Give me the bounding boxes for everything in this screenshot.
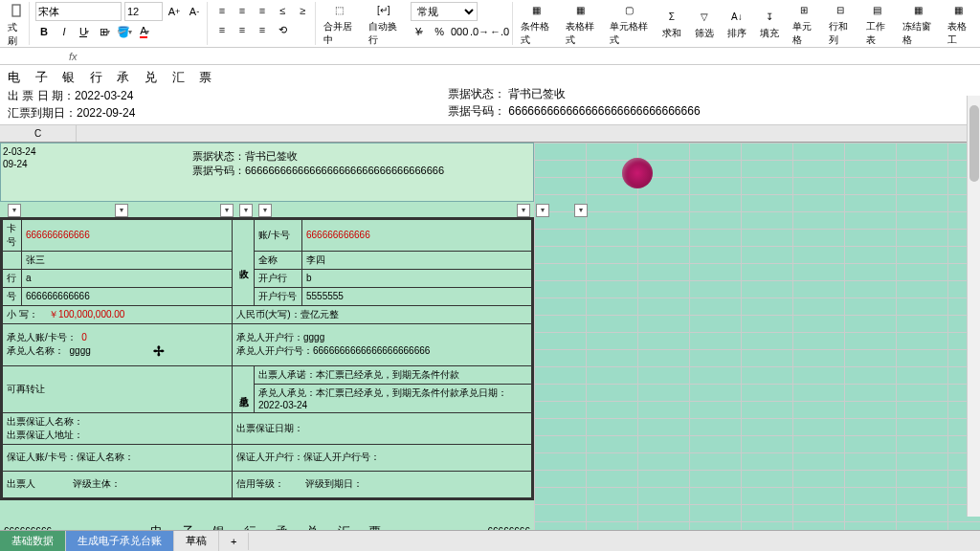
wrap-icon: [↵] — [374, 0, 393, 19]
merge-icon: ⬚ — [329, 0, 348, 19]
filter-dropdown[interactable]: ▾ — [220, 204, 234, 217]
filter-dropdown[interactable]: ▾ — [536, 204, 549, 217]
worksheet-button[interactable]: ▤工作表 — [860, 0, 895, 49]
filter-dropdown[interactable]: ▾ — [115, 204, 128, 217]
align-bottom-icon[interactable]: ≡ — [254, 2, 271, 19]
freeze-button[interactable]: ▦冻结窗格 — [897, 0, 940, 49]
column-headers: C — [0, 125, 980, 143]
sort-button[interactable]: A↓排序 — [722, 5, 752, 42]
cells-icon: ⊞ — [794, 0, 813, 19]
border-icon[interactable]: ⊞▾ — [96, 23, 113, 40]
align-right-icon[interactable]: ≡ — [254, 21, 271, 38]
rowcol-button[interactable]: ⊟行和列 — [823, 0, 858, 49]
filter-icon: ▽ — [695, 7, 714, 26]
cond-format-icon: ▦ — [526, 0, 546, 19]
cell-cursor-icon: ✢ — [153, 343, 165, 359]
tab-draft[interactable]: 草稿 — [174, 531, 219, 551]
tab-generate-ledger[interactable]: 生成电子承兑台账 — [66, 531, 174, 551]
align-left-icon[interactable]: ≡ — [213, 21, 231, 38]
amount-small-cell[interactable]: ￥100,000,000.00 — [49, 309, 125, 320]
paste-icon[interactable] — [8, 2, 25, 19]
payer-name-cell[interactable]: 张三 — [22, 251, 233, 269]
expire-date: 2022-09-24 — [77, 106, 135, 120]
payee-bank-no-cell[interactable]: 5555555 — [302, 287, 532, 305]
vertical-scrollbar[interactable] — [967, 96, 980, 517]
increase-font-icon[interactable]: A+ — [166, 3, 183, 20]
payer-bank-cell[interactable]: a — [22, 269, 233, 287]
sheet-area[interactable]: 2-03-24 09-24 票据状态：背书已签收 票据号码：6666666666… — [0, 143, 980, 552]
font-size-select[interactable] — [124, 2, 163, 21]
font-color-icon[interactable]: A▾ — [136, 23, 153, 40]
number-format-select[interactable]: 常规 — [411, 2, 478, 21]
sum-button[interactable]: Σ求和 — [657, 5, 687, 42]
comma-icon[interactable]: 000 — [451, 23, 468, 40]
table-tools-icon: ▦ — [949, 0, 969, 19]
svg-rect-0 — [12, 5, 20, 16]
payee-name-cell[interactable]: 李四 — [302, 251, 532, 269]
tab-add[interactable]: + — [219, 533, 249, 550]
indent-right-icon[interactable]: ≥ — [294, 2, 311, 19]
pointer-marker-icon — [622, 158, 653, 188]
payee-acct-cell[interactable]: 666666666666 — [302, 219, 532, 251]
currency-icon[interactable]: ¥▾ — [411, 23, 428, 40]
doc-title: 电 子 银 行 承 兑 汇 票 — [8, 68, 448, 87]
align-middle-icon[interactable]: ≡ — [234, 2, 251, 19]
amount-cn-cell[interactable]: 壹亿元整 — [301, 309, 339, 320]
doc-header: 电 子 银 行 承 兑 汇 票 出 票 日 期：2022-03-24 汇票到期日… — [0, 65, 980, 125]
filter-dropdown[interactable]: ▾ — [574, 204, 588, 217]
sum-icon: Σ — [662, 7, 681, 26]
filter-dropdown[interactable]: ▾ — [8, 204, 21, 217]
fx-label[interactable]: fx — [61, 51, 85, 62]
sort-icon: A↓ — [727, 7, 746, 26]
cell-style-icon: ▢ — [620, 0, 639, 19]
font-name-select[interactable] — [35, 2, 122, 21]
table-style-button[interactable]: ▦表格样式 — [560, 0, 603, 49]
worksheet-icon: ▤ — [868, 0, 887, 19]
tab-basic-data[interactable]: 基础数据 — [0, 531, 66, 551]
align-center-icon[interactable]: ≡ — [234, 21, 251, 38]
filter-button[interactable]: ▽筛选 — [689, 5, 720, 42]
align-top-icon[interactable]: ≡ — [213, 2, 231, 19]
auto-wrap-button[interactable]: [↵] 自动换行 — [363, 0, 406, 49]
transferable-cell[interactable]: 可再转让 — [3, 365, 233, 412]
rowcol-icon: ⊟ — [831, 0, 850, 19]
cell-style-button[interactable]: ▢单元格样式 — [604, 0, 655, 49]
fill-down-icon: ↧ — [760, 7, 779, 26]
cells-button[interactable]: ⊞单元格 — [787, 0, 821, 49]
increase-decimal-icon[interactable]: .0→ — [471, 23, 488, 40]
decrease-decimal-icon[interactable]: ←.0 — [491, 23, 508, 40]
bill-header-box: 2-03-24 09-24 票据状态：背书已签收 票据号码：6666666666… — [0, 143, 534, 202]
format-painter-label[interactable]: 式刷 — [8, 21, 25, 48]
table-tools-button[interactable]: ▦表格工 — [942, 0, 976, 49]
filter-dropdown[interactable]: ▾ — [239, 204, 253, 217]
formula-bar: fx — [0, 48, 980, 65]
payee-bank-cell[interactable]: b — [302, 269, 532, 287]
filter-dropdown[interactable]: ▾ — [258, 204, 272, 217]
scroll-thumb[interactable] — [969, 105, 979, 182]
orientation-icon[interactable]: ⟲ — [274, 21, 291, 38]
decrease-font-icon[interactable]: A- — [186, 3, 203, 20]
bold-icon[interactable]: B — [35, 23, 53, 40]
cond-format-button[interactable]: ▦条件格式 — [515, 0, 558, 49]
freeze-icon: ▦ — [908, 0, 927, 19]
filter-dropdown[interactable]: ▾ — [517, 204, 530, 217]
col-header-c[interactable]: C — [0, 125, 77, 142]
ribbon: 式刷 A+ A- B I U▾ ⊞▾ 🪣▾ A▾ ≡ ≡ ≡ ≤ ≥ ≡ ≡ ≡ — [0, 0, 980, 48]
bill-status: 背书已签收 — [508, 87, 566, 100]
fill-color-icon[interactable]: 🪣▾ — [116, 23, 133, 40]
bill-number: 666666666666666666666666666666 — [508, 104, 700, 118]
table-style-icon: ▦ — [571, 0, 590, 19]
fill-button[interactable]: ↧填充 — [754, 5, 785, 42]
card-no-cell[interactable]: 666666666666 — [22, 219, 233, 251]
merge-center-button[interactable]: ⬚ 合并居中 — [318, 0, 361, 49]
underline-icon[interactable]: U▾ — [76, 23, 93, 40]
italic-icon[interactable]: I — [56, 23, 73, 40]
grid-extension[interactable] — [534, 143, 980, 552]
sheet-tabs: 基础数据 生成电子承兑台账 草稿 + — [0, 530, 980, 551]
indent-left-icon[interactable]: ≤ — [274, 2, 291, 19]
percent-icon[interactable]: % — [431, 23, 448, 40]
bill-main-table: 卡号 666666666666 收款人 账/卡号 666666666666 张三… — [0, 217, 534, 500]
issue-date: 2022-03-24 — [75, 89, 133, 102]
payer-bank-no-cell[interactable]: 666666666666 — [22, 287, 233, 305]
